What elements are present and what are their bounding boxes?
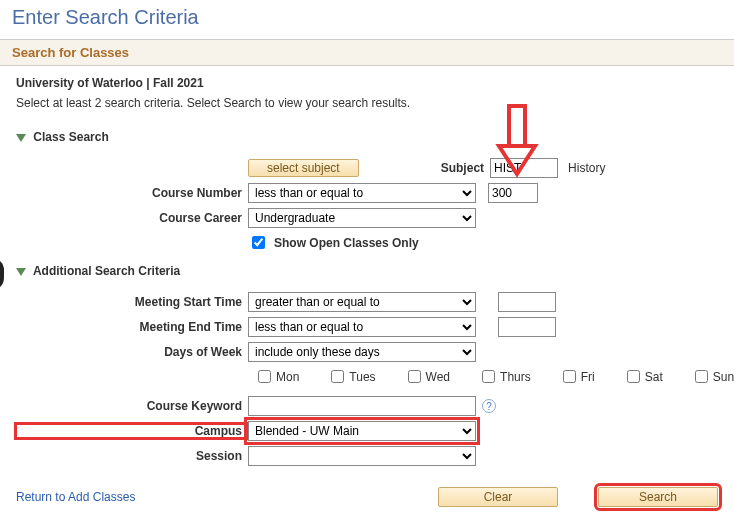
select-subject-button[interactable]: select subject	[248, 159, 359, 177]
page-title: Enter Search Criteria	[0, 0, 734, 39]
session-select[interactable]	[248, 446, 476, 466]
meeting-start-op-select[interactable]: greater than or equal to	[248, 292, 476, 312]
days-of-week-select[interactable]: include only these days	[248, 342, 476, 362]
day-wed-label: Wed	[426, 370, 450, 384]
day-tues-label: Tues	[349, 370, 375, 384]
campus-label: Campus	[195, 424, 242, 438]
section-header: Search for Classes	[0, 39, 734, 66]
campus-select[interactable]: Blended - UW Main	[248, 421, 476, 441]
day-tues-checkbox[interactable]	[331, 370, 344, 383]
subject-input[interactable]	[490, 158, 558, 178]
day-thurs-checkbox[interactable]	[482, 370, 495, 383]
days-checkbox-row: Mon Tues Wed Thurs Fri Sat Sun	[254, 367, 718, 386]
days-of-week-label: Days of Week	[16, 345, 248, 359]
subject-description: History	[568, 161, 605, 175]
meeting-start-label: Meeting Start Time	[16, 295, 248, 309]
meeting-start-input[interactable]	[498, 292, 556, 312]
course-keyword-input[interactable]	[248, 396, 476, 416]
day-sun-checkbox[interactable]	[695, 370, 708, 383]
context-line: University of Waterloo | Fall 2021	[16, 76, 718, 90]
class-search-header: Class Search	[33, 130, 108, 144]
collapse-icon	[16, 268, 26, 276]
return-link[interactable]: Return to Add Classes	[16, 490, 135, 504]
open-classes-checkbox[interactable]	[252, 236, 265, 249]
day-thurs-label: Thurs	[500, 370, 531, 384]
day-fri-checkbox[interactable]	[563, 370, 576, 383]
additional-criteria-header: Additional Search Criteria	[33, 264, 180, 278]
instruction-text: Select at least 2 search criteria. Selec…	[16, 96, 718, 110]
day-sun-label: Sun	[713, 370, 734, 384]
day-sat-label: Sat	[645, 370, 663, 384]
additional-criteria-toggle[interactable]: Additional Search Criteria	[16, 264, 718, 278]
meeting-end-label: Meeting End Time	[16, 320, 248, 334]
open-classes-label: Show Open Classes Only	[274, 236, 419, 250]
day-mon-label: Mon	[276, 370, 299, 384]
course-career-select[interactable]: Undergraduate	[248, 208, 476, 228]
search-button[interactable]: Search	[598, 487, 718, 507]
collapse-icon	[16, 134, 26, 142]
day-mon-checkbox[interactable]	[258, 370, 271, 383]
course-number-input[interactable]	[488, 183, 538, 203]
meeting-end-input[interactable]	[498, 317, 556, 337]
class-search-toggle[interactable]: Class Search	[16, 130, 718, 144]
clear-button[interactable]: Clear	[438, 487, 558, 507]
course-number-label: Course Number	[16, 186, 248, 200]
course-number-op-select[interactable]: less than or equal to	[248, 183, 476, 203]
help-icon[interactable]: ?	[482, 399, 496, 413]
day-sat-checkbox[interactable]	[627, 370, 640, 383]
day-fri-label: Fri	[581, 370, 595, 384]
course-keyword-label: Course Keyword	[16, 399, 248, 413]
session-label: Session	[16, 449, 248, 463]
course-career-label: Course Career	[16, 211, 248, 225]
subject-label: Subject	[441, 161, 484, 175]
day-wed-checkbox[interactable]	[408, 370, 421, 383]
meeting-end-op-select[interactable]: less than or equal to	[248, 317, 476, 337]
